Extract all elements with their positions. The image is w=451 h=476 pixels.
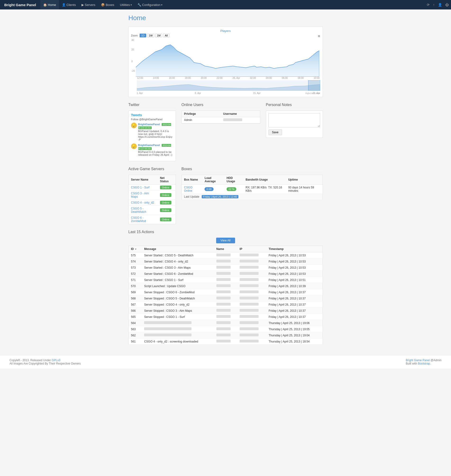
nav-configuration[interactable]: 🔧 Configuration▾ [135,0,165,9]
brand: Bright Game Panel [2,3,38,7]
zoom-1m[interactable]: 1M [155,34,162,37]
ags-server-name: CSGO 3 - Aim Maps [128,190,158,200]
tweet-user-1: BrightGamePanel [138,123,160,126]
footer-copy: Copyleft - 2013. Released Under GPLv3 [9,359,81,362]
home-icon: 🏠 [43,3,47,7]
boxes-icon: 📦 [101,3,105,7]
action-id: 568 [128,295,142,302]
follow-button[interactable]: Follow @BrightGamePanel [131,118,173,121]
actions-col-message: Message [142,246,214,252]
action-id: 563 [128,326,142,332]
action-timestamp: Friday | April 26, 2013 | 10:37 [266,295,323,302]
box-hdd: 22 % [224,185,243,194]
action-id: 571 [128,277,142,283]
ou-col-privilege: Privilege [182,111,221,117]
y-label-20: 20 [132,48,134,51]
actions-row: 573 Server Started : CSGO 3 - Aim Maps F… [128,265,323,271]
active-servers-section: Active Game Servers Server Name Net Stat… [128,167,176,224]
svg-rect-1 [308,80,320,91]
actions-col-name: Name [214,246,237,252]
nav-clients[interactable]: 👤 Clients [59,0,79,9]
zoom-label: Zoom [131,34,138,37]
active-servers-title: Active Game Servers [128,167,176,172]
action-ip [237,332,266,338]
chart-toolbar: Zoom 1D 1W 1M All [131,34,169,37]
ags-status: Online [158,185,175,190]
action-ip [237,265,266,271]
ags-server-name: CSGO 6 - ZombieMod [128,215,158,224]
zoom-1d[interactable]: 1D [140,34,146,37]
footer-right: Bright Game Panel @Admin Built with Boot… [406,359,442,365]
action-timestamp: Friday | April 26, 2013 | 10:53 [266,271,323,277]
page-title: Home [128,14,323,22]
footer-copy2: All Images Are Copyrighted By Their Resp… [9,362,81,365]
action-ip [237,314,266,320]
action-name [214,326,237,332]
action-timestamp: Friday | April 26, 2013 | 10:53 [266,252,323,258]
nav-servers[interactable]: ▶ Servers [79,0,98,9]
middle-row: Twitter Tweets Follow @BrightGamePanel 💡… [128,103,323,161]
action-id: 567 [128,302,142,308]
action-name [214,308,237,314]
action-timestamp: Friday | April 26, 2013 | 10:37 [266,289,323,295]
blurred-message [144,327,192,330]
chart-navigator[interactable]: 1. Apr 8. Apr 15. Apr 22. Apr [137,80,320,92]
nav-home[interactable]: 🏠 Home [40,0,59,9]
action-ip [237,271,266,277]
navbar: Bright Game Panel 🏠 Home 👤 Clients ▶ Ser… [0,0,451,9]
actions-col-id[interactable]: ID ▼ [128,246,142,252]
action-ip [237,258,266,265]
twitter-box: Tweets Follow @BrightGamePanel 💡 BrightG… [128,110,176,161]
actions-col-ip: IP [237,246,266,252]
blurred-name [216,327,231,330]
chart-menu-icon[interactable]: ≡ [318,34,320,38]
action-message: Server Stopped : CSGO 3 - Aim Maps [142,308,214,314]
user-icon[interactable]: 👤 [438,3,442,7]
notes-textarea[interactable] [269,113,320,127]
clients-icon: 👤 [62,3,66,7]
box-bandwidth: RX: 197.96 KB/s TX: 520.16 KB/s [243,185,286,194]
action-name [214,265,237,271]
nav-boxes[interactable]: 📦 Boxes [98,0,117,9]
config-dropdown-icon: ▾ [161,4,162,6]
action-message [142,326,214,332]
action-id: 574 [128,258,142,265]
ags-server-name: CSGO 5 - DeathMatch [128,206,158,215]
action-name [214,289,237,295]
boxes-section: Boxes Box Name Load Average HDD Usage Ba… [182,167,323,224]
bootstrap-link[interactable]: Bootstrap. [418,362,431,365]
ou-privilege-1: Admin [182,117,221,123]
refresh-icon[interactable]: ⟳ [427,3,430,7]
actions-row: 562 Thursday | April 25, 2013 | 19:04 [128,332,323,338]
upload-icon[interactable]: ↑ [433,3,435,7]
zoom-all[interactable]: All [163,34,169,37]
blurred-ip [240,254,259,256]
action-id: 561 [128,338,142,345]
action-message [142,332,214,338]
nav-svg [137,80,320,91]
view-all-button[interactable]: View All [216,238,235,243]
action-id: 566 [128,308,142,314]
blurred-name [216,315,231,318]
nav-utilities[interactable]: Utilities▾ [117,0,135,9]
blurred-name [216,284,231,287]
blurred-ip [240,290,259,293]
action-ip [237,326,266,332]
footer-admin: @Admin [431,359,442,362]
blurred-name [216,254,231,256]
action-timestamp: Friday | April 26, 2013 | 10:37 [266,314,323,320]
ags-row: CSGO 3 - Aim Maps Online [128,190,175,200]
blurred-name [216,340,231,342]
tweets-label: Tweets [131,113,173,117]
license-link[interactable]: GPLv3 [52,359,60,362]
footer-brand-line: Bright Game Panel @Admin [406,359,442,362]
action-id: 575 [128,252,142,258]
action-name [214,271,237,277]
zoom-1w[interactable]: 1W [147,34,155,37]
power-icon[interactable]: ⏻ [445,3,449,7]
blurred-ip [240,340,259,342]
blurred-ip [240,272,259,275]
footer-brand-link[interactable]: Bright Game Panel [406,359,430,362]
action-id: 572 [128,271,142,277]
save-button[interactable]: Save [269,129,282,135]
